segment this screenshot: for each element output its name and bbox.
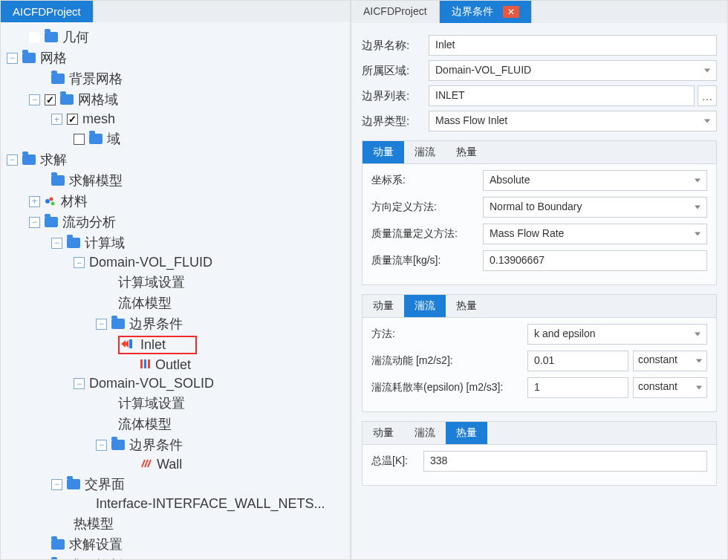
sec-tab-heat-2[interactable]: 热量	[446, 295, 487, 317]
checkbox-domain[interactable]	[74, 134, 85, 145]
tree-wall[interactable]: Wall	[157, 457, 182, 472]
tree-geom[interactable]: 几何	[62, 28, 89, 46]
tree-outlet[interactable]: Outlet	[155, 357, 191, 373]
tab-label: 边界条件	[452, 5, 493, 17]
tree-fluid-model-fluid[interactable]: 流体模型	[118, 294, 172, 312]
tree-comp-set-fluid[interactable]: 计算域设置	[118, 273, 185, 291]
expand-toggle[interactable]: +	[29, 196, 40, 207]
collapse-toggle[interactable]: −	[51, 238, 62, 249]
folder-icon	[89, 134, 103, 144]
browse-button[interactable]: …	[698, 85, 717, 106]
sec-tab-turb-2[interactable]: 湍流	[404, 295, 446, 317]
tree-bc-fluid[interactable]: 边界条件	[129, 315, 183, 333]
input-boundary-name[interactable]: Inlet	[429, 35, 717, 56]
label-turb-k: 湍流动能 [m2/s2]:	[371, 354, 527, 368]
input-turb-k[interactable]: 0.01	[527, 351, 628, 371]
collapse-toggle[interactable]: −	[74, 257, 85, 268]
input-total-temp[interactable]: 338	[423, 451, 707, 472]
dropdown-massdef[interactable]: Mass Flow Rate	[483, 224, 707, 244]
left-tab-bar: AICFDProject	[1, 1, 350, 22]
tree-heat-model[interactable]: 热模型	[74, 515, 114, 533]
tab-project[interactable]: AICFDProject	[1, 1, 94, 22]
tree-solve-ctrl[interactable]: 求解控制	[69, 556, 123, 559]
dropdown-k-mode[interactable]: constant	[633, 351, 707, 371]
sec-tab-momentum-1[interactable]: 动量	[363, 141, 404, 163]
tree-flow-analysis[interactable]: 流动分析	[62, 213, 116, 231]
folder-icon	[60, 94, 74, 105]
svg-rect-6	[148, 359, 150, 368]
tree-solve-model[interactable]: 求解模型	[69, 172, 123, 189]
dropdown-direction[interactable]: Normal to Boundary	[483, 197, 707, 218]
tree-solve-set[interactable]: 求解设置	[69, 535, 123, 553]
folder-icon	[111, 319, 125, 329]
tree-mesh-domain[interactable]: 网格域	[78, 91, 118, 108]
label-direction: 方向定义方法:	[371, 201, 483, 214]
dropdown-boundary-type[interactable]: Mass Flow Inlet	[429, 111, 717, 131]
inlet-icon	[121, 337, 134, 353]
right-tab-bar: AICFDProject 边界条件 ✕	[351, 1, 727, 23]
left-panel: AICFDProject 几何 −网格 背景网格 −网格域 +mesh 域 −求…	[0, 0, 351, 560]
tree-interface-item[interactable]: Interface-INTERFACE_WALL_NETS...	[96, 496, 325, 512]
folder-icon	[51, 74, 65, 84]
checkbox-mesh[interactable]	[67, 114, 78, 125]
input-turb-eps[interactable]: 1	[527, 377, 628, 398]
input-massrate[interactable]: 0.13906667	[483, 250, 707, 271]
collapse-toggle[interactable]: −	[51, 479, 62, 490]
tree-fluid-model-solid[interactable]: 流体模型	[118, 415, 172, 433]
sec-tab-heat-3[interactable]: 热量	[446, 422, 487, 444]
close-icon[interactable]: ✕	[503, 6, 519, 18]
dropdown-turb-method[interactable]: k and epsilon	[527, 324, 707, 345]
sec-tab-momentum-3[interactable]: 动量	[363, 422, 404, 444]
tree-mesh[interactable]: 网格	[40, 49, 67, 67]
collapse-toggle[interactable]: −	[7, 53, 18, 64]
dropdown-eps-mode[interactable]: constant	[633, 377, 707, 398]
boundary-form: 边界名称: Inlet 所属区域: Domain-VOL_FLUID 边界列表:…	[351, 23, 727, 559]
collapse-toggle[interactable]: −	[29, 94, 40, 105]
label-turb-method: 方法:	[371, 328, 527, 341]
spacer-icon	[29, 32, 40, 43]
tree-domain[interactable]: 域	[107, 130, 120, 148]
project-tree: 几何 −网格 背景网格 −网格域 +mesh 域 −求解 求解模型 + 材料 −…	[1, 22, 350, 559]
dropdown-coord[interactable]: Absolute	[483, 170, 707, 191]
label-list: 边界列表:	[362, 89, 429, 103]
folder-icon	[67, 238, 80, 248]
tree-bg-mesh[interactable]: 背景网格	[69, 70, 123, 88]
collapse-toggle[interactable]: −	[29, 217, 40, 228]
folder-icon	[45, 32, 58, 42]
tree-vol-solid[interactable]: Domain-VOL_SOLID	[89, 376, 214, 391]
dropdown-region[interactable]: Domain-VOL_FLUID	[429, 60, 717, 81]
label-massrate: 质量流率[kg/s]:	[371, 254, 483, 267]
label-coord: 坐标系:	[371, 174, 483, 187]
tab-boundary-conditions[interactable]: 边界条件 ✕	[440, 1, 533, 23]
folder-icon	[111, 440, 125, 450]
tree-comp-set-solid[interactable]: 计算域设置	[118, 394, 185, 412]
input-boundary-list[interactable]: INLET	[429, 85, 695, 106]
tree-vol-fluid[interactable]: Domain-VOL_FLUID	[89, 255, 212, 270]
tree-materials[interactable]: 材料	[61, 192, 88, 210]
expand-toggle[interactable]: +	[51, 114, 62, 125]
label-name: 边界名称:	[362, 39, 429, 53]
sec-tab-heat-1[interactable]: 热量	[446, 141, 487, 163]
tree-interface[interactable]: 交界面	[85, 475, 125, 493]
tab-aicfd[interactable]: AICFDProject	[351, 1, 440, 23]
tree-bc-solid[interactable]: 边界条件	[129, 436, 183, 454]
svg-line-9	[148, 460, 151, 467]
sec-tab-turb-1[interactable]: 湍流	[404, 141, 446, 163]
tree-comp-domain[interactable]: 计算域	[85, 234, 125, 252]
tree-inlet[interactable]: Inlet	[140, 337, 166, 353]
turbulence-section: 动量 湍流 热量 方法:k and epsilon 湍流动能 [m2/s2]:0…	[362, 294, 717, 412]
collapse-toggle[interactable]: −	[74, 378, 85, 389]
sec-tab-turb-3[interactable]: 湍流	[404, 422, 446, 444]
collapse-toggle[interactable]: −	[96, 319, 107, 330]
svg-point-0	[45, 199, 50, 204]
collapse-toggle[interactable]: −	[7, 154, 18, 166]
collapse-toggle[interactable]: −	[96, 440, 107, 451]
svg-point-1	[50, 198, 53, 201]
sec-tab-momentum-2[interactable]: 动量	[363, 295, 404, 317]
tree-mesh-item[interactable]: mesh	[82, 111, 115, 127]
tree-solve[interactable]: 求解	[40, 151, 67, 169]
svg-point-2	[51, 202, 55, 206]
folder-icon	[22, 53, 36, 63]
outlet-icon	[140, 357, 151, 373]
checkbox-mesh-domain[interactable]	[45, 94, 56, 105]
